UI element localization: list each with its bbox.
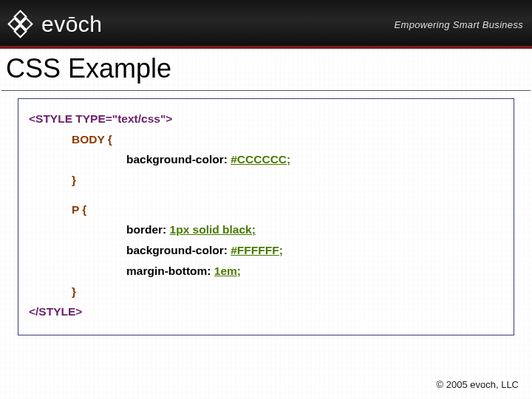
code-line: BODY { (29, 132, 505, 148)
css-property: border: (126, 223, 170, 236)
code-line: margin-bottom: 1em; (29, 263, 505, 279)
css-value: #FFFFFF; (231, 244, 283, 256)
brand-tagline: Empowering Smart Business (395, 19, 523, 30)
code-line: </STYLE> (29, 304, 505, 320)
brand-logo: evōch (7, 10, 103, 39)
css-property: background-color: (126, 244, 231, 256)
style-close-tag: </STYLE> (29, 305, 82, 318)
brand-name: evōch (41, 12, 103, 37)
style-open-tag: <STYLE TYPE="text/css"> (29, 112, 172, 125)
slide-title: CSS Example (1, 49, 531, 91)
brand-mark-icon (7, 10, 37, 39)
code-line: } (29, 172, 505, 188)
css-value: #CCCCCC; (231, 153, 290, 166)
css-value: 1px solid black; (170, 223, 256, 236)
p-close-brace: } (72, 285, 76, 298)
code-example-box: <STYLE TYPE="text/css"> BODY { backgroun… (18, 98, 514, 335)
code-line: background-color: #FFFFFF; (29, 242, 505, 259)
css-property: margin-bottom: (126, 265, 214, 277)
copyright-footer: © 2005 evoch, LLC (437, 379, 519, 390)
header-underline (0, 46, 532, 49)
code-line: border: 1px solid black; (29, 222, 505, 238)
code-line: background-color: #CCCCCC; (29, 151, 505, 168)
body-selector: BODY { (72, 133, 112, 146)
css-value: 1em; (214, 265, 241, 277)
code-line: <STYLE TYPE="text/css"> (29, 111, 505, 127)
code-line: } (29, 284, 505, 300)
slide-header: evōch Empowering Smart Business (0, 0, 532, 49)
code-line: P { (29, 202, 505, 218)
body-close-brace: } (72, 174, 76, 186)
p-selector: P { (72, 203, 86, 216)
css-property: background-color: (126, 153, 231, 166)
